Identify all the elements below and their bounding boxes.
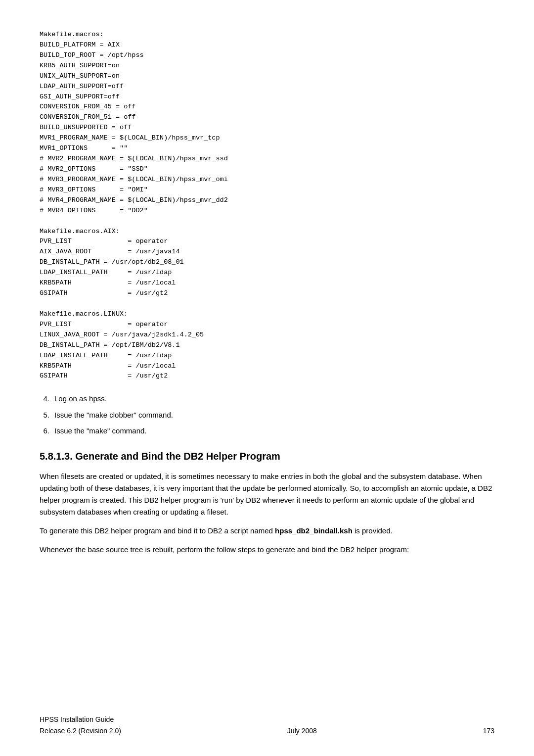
footer: HPSS Installation Guide Release 6.2 (Rev… (40, 714, 494, 736)
footer-title: HPSS Installation Guide (40, 714, 121, 725)
body-paragraph-1: When filesets are created or updated, it… (40, 471, 494, 518)
list-text-6: Issue the "make" command. (54, 425, 147, 437)
body-paragraph-2: To generate this DB2 helper program and … (40, 525, 494, 537)
bold-script-name: hpss_db2_bindall.ksh (275, 526, 353, 535)
footer-page: 173 (483, 726, 494, 736)
code-block: Makefile.macros: BUILD_PLATFORM = AIX BU… (40, 30, 494, 381)
list-item-6: 6. Issue the "make" command. (40, 425, 494, 437)
numbered-list: 4. Log on as hpss. 5. Issue the "make cl… (40, 393, 494, 437)
list-num-5: 5. (40, 410, 49, 421)
list-num-4: 4. (40, 393, 49, 405)
list-item-5: 5. Issue the "make clobber" command. (40, 410, 494, 421)
body-paragraph-3: Whenever the base source tree is rebuilt… (40, 544, 494, 556)
list-item-4: 4. Log on as hpss. (40, 393, 494, 405)
list-text-4: Log on as hpss. (54, 393, 107, 405)
footer-date: July 2008 (121, 726, 483, 736)
list-num-6: 6. (40, 425, 49, 437)
footer-release: Release 6.2 (Revision 2.0) (40, 726, 121, 736)
section-heading: 5.8.1.3. Generate and Bind the DB2 Helpe… (40, 449, 494, 464)
list-text-5: Issue the "make clobber" command. (54, 410, 173, 421)
footer-left: HPSS Installation Guide Release 6.2 (Rev… (40, 714, 121, 736)
